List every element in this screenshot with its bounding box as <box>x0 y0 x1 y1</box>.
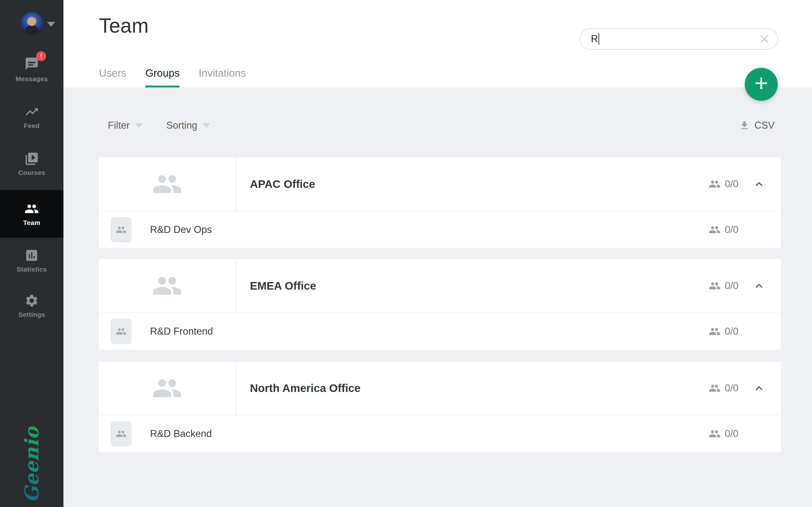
sidebar-item-statistics[interactable]: Statistics <box>0 248 63 273</box>
brand-logo: Geenio <box>0 427 63 503</box>
sorting-label: Sorting <box>166 120 197 131</box>
chevron-down-icon <box>47 22 55 26</box>
members-icon <box>709 382 721 394</box>
group-name: APAC Office <box>250 178 315 190</box>
people-icon <box>116 326 126 337</box>
sidebar-item-label: Courses <box>18 169 45 176</box>
group-name: EMEA Office <box>250 279 316 292</box>
collapse-button[interactable] <box>754 179 764 189</box>
clear-search-button[interactable] <box>759 34 770 44</box>
video-library-icon <box>24 152 39 166</box>
list-toolbar: Filter Sorting <box>108 118 210 133</box>
collapse-button[interactable] <box>754 383 764 394</box>
sidebar-item-team[interactable]: Team <box>0 190 63 238</box>
tab-groups[interactable]: Groups <box>145 67 180 88</box>
chevron-up-icon <box>754 383 764 394</box>
download-icon <box>739 120 750 131</box>
tab-bar: Users Groups Invitations <box>99 67 246 88</box>
brand-logo-text: Geenio <box>20 427 43 503</box>
member-count: 0/0 <box>725 224 739 235</box>
sidebar-item-settings[interactable]: Settings <box>0 293 63 319</box>
search-value: R <box>591 33 598 45</box>
subgroup-name: R&D Dev Ops <box>150 224 212 235</box>
add-group-button[interactable]: + <box>745 68 778 101</box>
notification-badge: ! <box>36 51 46 61</box>
subgroup-avatar <box>111 319 132 344</box>
group-name: North America Office <box>250 382 361 395</box>
subgroup-avatar <box>111 217 132 242</box>
tab-users[interactable]: Users <box>99 67 126 88</box>
close-icon <box>759 34 770 44</box>
tab-invitations[interactable]: Invitations <box>199 67 246 88</box>
group-card: North America Office 0/0 R&D Backend 0 <box>99 361 781 452</box>
members-icon <box>709 280 721 292</box>
csv-label: CSV <box>754 120 774 131</box>
user-menu[interactable] <box>0 12 63 38</box>
chevron-up-icon <box>754 179 764 189</box>
sidebar-item-label: Feed <box>24 122 40 130</box>
text-cursor <box>599 33 599 45</box>
members-icon <box>709 326 721 337</box>
member-count: 0/0 <box>725 280 739 291</box>
filter-label: Filter <box>108 120 130 131</box>
chevron-down-icon <box>203 123 210 128</box>
groups-content: Filter Sorting CSV APAC Office 0 <box>63 88 812 507</box>
member-count: 0/0 <box>725 428 739 440</box>
sidebar-item-feed[interactable]: Feed <box>0 105 63 130</box>
page-title: Team <box>99 14 149 38</box>
subgroup-name: R&D Backend <box>150 428 212 440</box>
group-avatar <box>99 158 236 211</box>
team-page: ! Messages Feed Courses Team Statistics … <box>0 0 812 507</box>
collapse-button[interactable] <box>754 280 764 291</box>
members-icon <box>709 224 721 236</box>
chevron-down-icon <box>135 123 143 128</box>
members-icon <box>709 178 721 190</box>
filter-dropdown[interactable]: Filter <box>108 120 143 131</box>
member-count: 0/0 <box>725 326 739 337</box>
member-count: 0/0 <box>725 178 739 190</box>
member-count: 0/0 <box>725 383 739 394</box>
people-icon <box>152 169 183 199</box>
subgroup-avatar <box>111 421 132 447</box>
subgroup-row[interactable]: R&D Dev Ops 0/0 <box>99 211 781 248</box>
group-header-row[interactable]: APAC Office 0/0 <box>99 158 781 211</box>
sidebar-item-messages[interactable]: ! Messages <box>0 56 63 83</box>
group-card: EMEA Office 0/0 R&D Frontend 0/0 <box>99 259 781 350</box>
plus-icon: + <box>754 72 768 95</box>
group-avatar <box>99 259 236 313</box>
people-icon <box>24 202 39 216</box>
avatar[interactable] <box>20 12 44 36</box>
export-csv-button[interactable]: CSV <box>739 118 774 133</box>
subgroup-row[interactable]: R&D Backend 0/0 <box>99 415 781 452</box>
page-header: Team Users Groups Invitations R <box>63 0 812 88</box>
chevron-up-icon <box>754 280 764 291</box>
people-icon <box>116 429 126 439</box>
trending-up-icon <box>24 105 39 119</box>
subgroup-row[interactable]: R&D Frontend 0/0 <box>99 313 781 350</box>
sidebar: ! Messages Feed Courses Team Statistics … <box>0 0 63 507</box>
group-card: APAC Office 0/0 R&D Dev Ops 0/0 <box>99 158 781 248</box>
bar-chart-icon <box>24 248 39 263</box>
people-icon <box>116 224 126 235</box>
group-avatar <box>99 361 236 415</box>
sidebar-item-label: Settings <box>18 311 45 319</box>
group-header-row[interactable]: EMEA Office 0/0 <box>99 259 781 313</box>
sidebar-item-label: Team <box>23 219 40 227</box>
sorting-dropdown[interactable]: Sorting <box>166 120 210 131</box>
group-header-row[interactable]: North America Office 0/0 <box>99 361 781 415</box>
sidebar-item-label: Statistics <box>16 266 47 273</box>
members-icon <box>709 428 721 440</box>
people-icon <box>152 271 183 301</box>
gear-icon <box>24 293 39 308</box>
subgroup-name: R&D Frontend <box>150 326 213 337</box>
sidebar-item-courses[interactable]: Courses <box>0 152 63 176</box>
sidebar-item-label: Messages <box>15 75 48 83</box>
search-input[interactable]: R <box>579 28 778 50</box>
people-icon <box>152 373 183 403</box>
